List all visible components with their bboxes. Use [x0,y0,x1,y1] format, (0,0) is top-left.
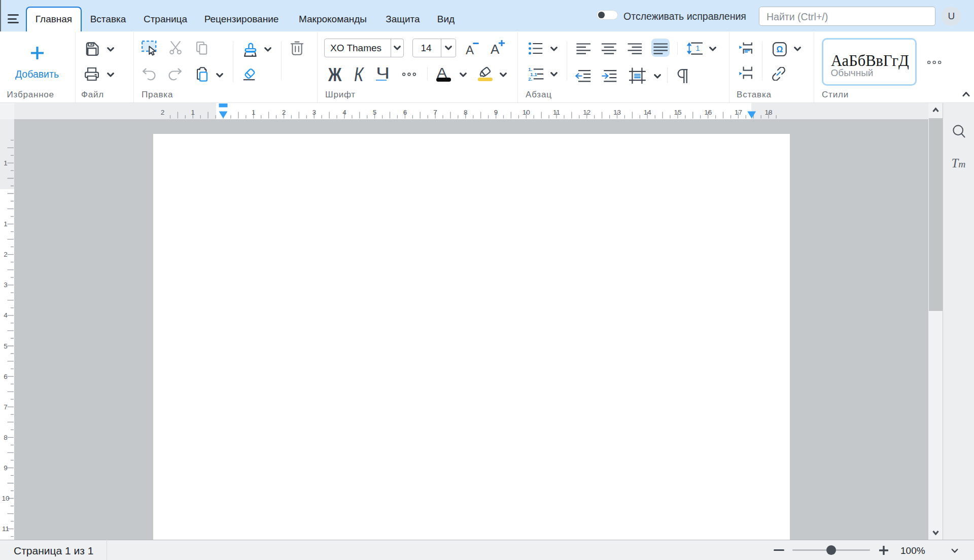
svg-text:18: 18 [765,109,773,116]
svg-text:4: 4 [4,311,8,319]
svg-text:11: 11 [553,109,560,116]
svg-text:7: 7 [4,403,8,411]
svg-text:8: 8 [4,434,8,441]
svg-text:2: 2 [282,109,286,116]
svg-text:10: 10 [523,109,530,116]
svg-text:5: 5 [373,109,377,116]
svg-text:17: 17 [735,109,742,116]
svg-text:13: 13 [613,109,621,116]
svg-text:15: 15 [674,109,681,116]
svg-text:4: 4 [342,109,346,116]
svg-text:2: 2 [4,251,8,258]
svg-text:12: 12 [583,109,590,116]
svg-text:8: 8 [464,109,468,116]
svg-text:11: 11 [2,525,9,533]
svg-text:10: 10 [2,495,9,502]
svg-text:Ω: Ω [776,45,783,54]
svg-text:1: 1 [696,44,700,52]
svg-text:9: 9 [4,464,8,472]
svg-text:3: 3 [312,109,316,116]
svg-text:1: 1 [252,109,256,116]
svg-text:7: 7 [433,109,437,116]
svg-text:2: 2 [161,109,165,116]
svg-text:2.: 2. [528,76,532,81]
svg-text:16: 16 [704,109,712,116]
svg-text:1: 1 [4,220,8,228]
svg-text:1: 1 [4,159,8,167]
svg-text:9: 9 [494,109,498,116]
svg-text:5: 5 [4,342,8,350]
svg-text:6: 6 [403,109,407,116]
svg-text:1: 1 [191,109,195,116]
svg-text:3: 3 [4,281,8,289]
svg-text:14: 14 [644,109,652,116]
svg-text:6: 6 [4,373,8,380]
